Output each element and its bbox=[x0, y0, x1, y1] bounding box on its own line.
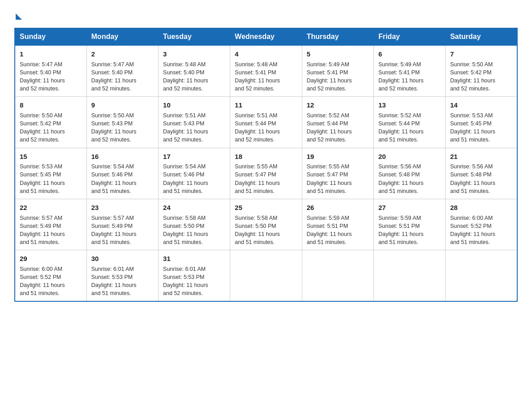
day-info: Sunrise: 5:50 AMSunset: 5:42 PMDaylight:… bbox=[20, 111, 82, 144]
calendar-cell: 24 Sunrise: 5:58 AMSunset: 5:50 PMDaylig… bbox=[159, 199, 230, 250]
calendar-cell: 3 Sunrise: 5:48 AMSunset: 5:40 PMDayligh… bbox=[159, 46, 230, 97]
day-number: 2 bbox=[91, 49, 154, 59]
calendar-cell: 16 Sunrise: 5:54 AMSunset: 5:46 PMDaylig… bbox=[86, 148, 158, 199]
calendar-cell: 7 Sunrise: 5:50 AMSunset: 5:42 PMDayligh… bbox=[446, 46, 517, 97]
day-info: Sunrise: 5:56 AMSunset: 5:48 PMDaylight:… bbox=[378, 163, 441, 195]
day-info: Sunrise: 6:00 AMSunset: 5:52 PMDaylight:… bbox=[450, 214, 512, 247]
day-number: 27 bbox=[378, 203, 441, 213]
day-info: Sunrise: 5:55 AMSunset: 5:47 PMDaylight:… bbox=[235, 163, 297, 195]
day-info: Sunrise: 5:50 AMSunset: 5:43 PMDaylight:… bbox=[91, 111, 154, 144]
day-info: Sunrise: 5:55 AMSunset: 5:47 PMDaylight:… bbox=[307, 163, 369, 195]
day-number: 23 bbox=[91, 203, 154, 213]
day-info: Sunrise: 5:57 AMSunset: 5:49 PMDaylight:… bbox=[20, 214, 82, 247]
day-info: Sunrise: 5:49 AMSunset: 5:41 PMDaylight:… bbox=[378, 60, 441, 93]
week-row-1: 1 Sunrise: 5:47 AMSunset: 5:40 PMDayligh… bbox=[15, 46, 517, 97]
header-cell-wednesday: Wednesday bbox=[230, 28, 302, 46]
week-row-5: 29 Sunrise: 6:00 AMSunset: 5:52 PMDaylig… bbox=[15, 250, 517, 302]
day-number: 8 bbox=[20, 100, 82, 110]
day-number: 14 bbox=[450, 100, 512, 110]
day-number: 12 bbox=[307, 100, 369, 110]
day-info: Sunrise: 5:51 AMSunset: 5:44 PMDaylight:… bbox=[235, 111, 297, 144]
header-cell-thursday: Thursday bbox=[302, 28, 373, 46]
logo-arrow-icon bbox=[16, 13, 22, 20]
day-number: 5 bbox=[307, 49, 369, 59]
calendar-cell: 25 Sunrise: 5:58 AMSunset: 5:50 PMDaylig… bbox=[230, 199, 302, 250]
logo bbox=[14, 11, 22, 20]
day-number: 29 bbox=[20, 254, 82, 264]
day-number: 17 bbox=[163, 152, 225, 162]
day-number: 7 bbox=[450, 49, 512, 59]
day-number: 25 bbox=[235, 203, 297, 213]
calendar-cell: 10 Sunrise: 5:51 AMSunset: 5:43 PMDaylig… bbox=[159, 97, 230, 148]
header-cell-monday: Monday bbox=[86, 28, 158, 46]
calendar-cell: 2 Sunrise: 5:47 AMSunset: 5:40 PMDayligh… bbox=[86, 46, 158, 97]
calendar-cell: 29 Sunrise: 6:00 AMSunset: 5:52 PMDaylig… bbox=[15, 250, 86, 302]
calendar-cell: 22 Sunrise: 5:57 AMSunset: 5:49 PMDaylig… bbox=[15, 199, 86, 250]
calendar-cell bbox=[302, 250, 373, 302]
week-row-4: 22 Sunrise: 5:57 AMSunset: 5:49 PMDaylig… bbox=[15, 199, 517, 250]
header-cell-saturday: Saturday bbox=[446, 28, 517, 46]
day-number: 4 bbox=[235, 49, 297, 59]
week-row-2: 8 Sunrise: 5:50 AMSunset: 5:42 PMDayligh… bbox=[15, 97, 517, 148]
day-info: Sunrise: 5:54 AMSunset: 5:46 PMDaylight:… bbox=[91, 163, 154, 195]
day-number: 9 bbox=[91, 100, 154, 110]
calendar-cell: 11 Sunrise: 5:51 AMSunset: 5:44 PMDaylig… bbox=[230, 97, 302, 148]
calendar-cell: 17 Sunrise: 5:54 AMSunset: 5:46 PMDaylig… bbox=[159, 148, 230, 199]
calendar-cell: 20 Sunrise: 5:56 AMSunset: 5:48 PMDaylig… bbox=[373, 148, 445, 199]
day-info: Sunrise: 5:58 AMSunset: 5:50 PMDaylight:… bbox=[235, 214, 297, 247]
calendar-cell: 27 Sunrise: 5:59 AMSunset: 5:51 PMDaylig… bbox=[373, 199, 445, 250]
calendar-cell: 30 Sunrise: 6:01 AMSunset: 5:53 PMDaylig… bbox=[86, 250, 158, 302]
day-info: Sunrise: 6:00 AMSunset: 5:52 PMDaylight:… bbox=[20, 265, 82, 298]
calendar-cell: 13 Sunrise: 5:52 AMSunset: 5:44 PMDaylig… bbox=[373, 97, 445, 148]
calendar-cell: 14 Sunrise: 5:53 AMSunset: 5:45 PMDaylig… bbox=[446, 97, 517, 148]
day-info: Sunrise: 5:50 AMSunset: 5:42 PMDaylight:… bbox=[450, 60, 512, 93]
day-number: 16 bbox=[91, 152, 154, 162]
day-number: 22 bbox=[20, 203, 82, 213]
calendar-cell: 9 Sunrise: 5:50 AMSunset: 5:43 PMDayligh… bbox=[86, 97, 158, 148]
day-info: Sunrise: 5:49 AMSunset: 5:41 PMDaylight:… bbox=[307, 60, 369, 93]
header-row: SundayMondayTuesdayWednesdayThursdayFrid… bbox=[15, 28, 517, 46]
calendar-cell: 8 Sunrise: 5:50 AMSunset: 5:42 PMDayligh… bbox=[15, 97, 86, 148]
calendar-cell bbox=[230, 250, 302, 302]
day-info: Sunrise: 5:48 AMSunset: 5:40 PMDaylight:… bbox=[163, 60, 225, 93]
day-number: 26 bbox=[307, 203, 369, 213]
day-number: 13 bbox=[378, 100, 441, 110]
day-number: 1 bbox=[20, 49, 82, 59]
calendar-cell: 6 Sunrise: 5:49 AMSunset: 5:41 PMDayligh… bbox=[373, 46, 445, 97]
calendar-cell: 26 Sunrise: 5:59 AMSunset: 5:51 PMDaylig… bbox=[302, 199, 373, 250]
day-info: Sunrise: 5:48 AMSunset: 5:41 PMDaylight:… bbox=[235, 60, 297, 93]
calendar-cell: 21 Sunrise: 5:56 AMSunset: 5:48 PMDaylig… bbox=[446, 148, 517, 199]
calendar-cell: 19 Sunrise: 5:55 AMSunset: 5:47 PMDaylig… bbox=[302, 148, 373, 199]
calendar-table: SundayMondayTuesdayWednesdayThursdayFrid… bbox=[14, 28, 518, 302]
calendar-cell: 31 Sunrise: 6:01 AMSunset: 5:53 PMDaylig… bbox=[159, 250, 230, 302]
day-number: 30 bbox=[91, 254, 154, 264]
day-info: Sunrise: 6:01 AMSunset: 5:53 PMDaylight:… bbox=[91, 265, 154, 298]
calendar-cell: 12 Sunrise: 5:52 AMSunset: 5:44 PMDaylig… bbox=[302, 97, 373, 148]
day-info: Sunrise: 5:47 AMSunset: 5:40 PMDaylight:… bbox=[20, 60, 82, 93]
day-info: Sunrise: 5:53 AMSunset: 5:45 PMDaylight:… bbox=[20, 163, 82, 195]
calendar-cell: 4 Sunrise: 5:48 AMSunset: 5:41 PMDayligh… bbox=[230, 46, 302, 97]
calendar-cell: 18 Sunrise: 5:55 AMSunset: 5:47 PMDaylig… bbox=[230, 148, 302, 199]
day-info: Sunrise: 5:52 AMSunset: 5:44 PMDaylight:… bbox=[307, 111, 369, 144]
day-info: Sunrise: 5:59 AMSunset: 5:51 PMDaylight:… bbox=[307, 214, 369, 247]
day-number: 6 bbox=[378, 49, 441, 59]
calendar-cell bbox=[446, 250, 517, 302]
calendar-cell: 1 Sunrise: 5:47 AMSunset: 5:40 PMDayligh… bbox=[15, 46, 86, 97]
day-info: Sunrise: 5:54 AMSunset: 5:46 PMDaylight:… bbox=[163, 163, 225, 195]
day-number: 31 bbox=[163, 254, 225, 264]
calendar-cell: 23 Sunrise: 5:57 AMSunset: 5:49 PMDaylig… bbox=[86, 199, 158, 250]
day-number: 10 bbox=[163, 100, 225, 110]
day-info: Sunrise: 5:53 AMSunset: 5:45 PMDaylight:… bbox=[450, 111, 512, 144]
day-info: Sunrise: 5:51 AMSunset: 5:43 PMDaylight:… bbox=[163, 111, 225, 144]
day-info: Sunrise: 5:52 AMSunset: 5:44 PMDaylight:… bbox=[378, 111, 441, 144]
calendar-cell: 15 Sunrise: 5:53 AMSunset: 5:45 PMDaylig… bbox=[15, 148, 86, 199]
day-number: 21 bbox=[450, 152, 512, 162]
day-number: 18 bbox=[235, 152, 297, 162]
day-info: Sunrise: 6:01 AMSunset: 5:53 PMDaylight:… bbox=[163, 265, 225, 298]
header-cell-sunday: Sunday bbox=[15, 28, 86, 46]
day-number: 11 bbox=[235, 100, 297, 110]
day-number: 20 bbox=[378, 152, 441, 162]
calendar-cell bbox=[373, 250, 445, 302]
page-header bbox=[14, 11, 518, 20]
calendar-cell: 5 Sunrise: 5:49 AMSunset: 5:41 PMDayligh… bbox=[302, 46, 373, 97]
